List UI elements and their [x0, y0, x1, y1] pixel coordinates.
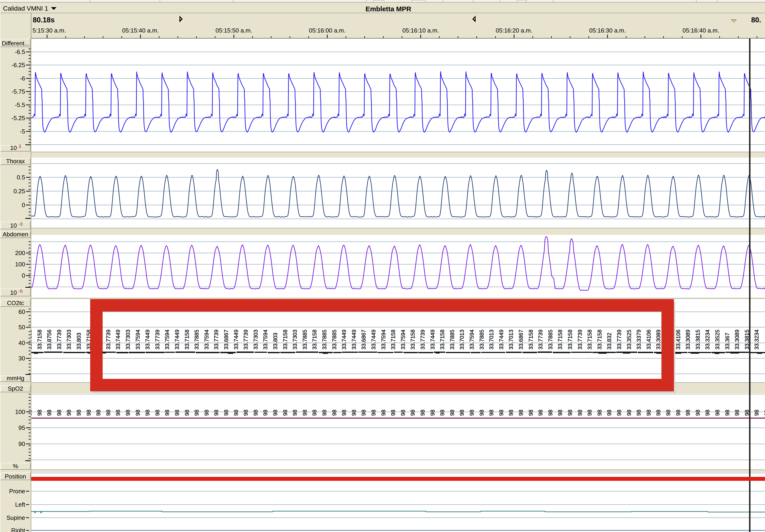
svg-text:98: 98 — [400, 409, 406, 416]
svg-text:98: 98 — [675, 409, 681, 416]
svg-text:0.5: 0.5 — [17, 174, 25, 181]
svg-text:33.3089: 33.3089 — [685, 329, 691, 349]
svg-text:98: 98 — [223, 409, 229, 416]
svg-text:98: 98 — [488, 409, 494, 416]
svg-text:33.832: 33.832 — [606, 333, 612, 349]
svg-text:98: 98 — [606, 409, 612, 416]
svg-text:98: 98 — [508, 409, 514, 416]
svg-text:05:15:40 a.m.: 05:15:40 a.m. — [122, 27, 159, 34]
svg-text:33.7158: 33.7158 — [184, 329, 190, 349]
svg-text:98: 98 — [744, 409, 750, 416]
svg-text:98: 98 — [449, 409, 455, 416]
svg-text:90: 90 — [18, 440, 25, 447]
svg-text:33.7594: 33.7594 — [380, 329, 386, 349]
svg-text:33.7594: 33.7594 — [164, 329, 170, 349]
svg-text:33.3089: 33.3089 — [655, 329, 661, 349]
svg-text:33.7594: 33.7594 — [469, 329, 475, 349]
svg-text:98: 98 — [734, 409, 740, 416]
svg-text:SpO2: SpO2 — [8, 385, 23, 392]
svg-text:98: 98 — [409, 409, 416, 416]
svg-text:10: 10 — [10, 222, 17, 229]
svg-text:Right: Right — [11, 527, 25, 532]
svg-text:98: 98 — [331, 409, 338, 416]
svg-text:33.7594: 33.7594 — [400, 329, 406, 349]
svg-text:98: 98 — [596, 409, 603, 416]
svg-text:33.7739: 33.7739 — [537, 329, 543, 349]
svg-text:33.7449: 33.7449 — [498, 329, 504, 349]
svg-text:33.7013: 33.7013 — [459, 329, 465, 349]
svg-text:33.7885: 33.7885 — [302, 329, 308, 349]
svg-text:-5.25: -5.25 — [12, 115, 25, 122]
svg-text:33.7594: 33.7594 — [204, 329, 210, 349]
svg-text:98: 98 — [557, 409, 563, 416]
svg-text:98: 98 — [724, 409, 730, 416]
svg-text:-6.25: -6.25 — [12, 62, 25, 69]
svg-text:98: 98 — [439, 409, 445, 416]
svg-text:33.7885: 33.7885 — [449, 329, 455, 349]
svg-text:98: 98 — [685, 409, 691, 416]
svg-text:98: 98 — [380, 409, 386, 416]
svg-text:98: 98 — [233, 409, 239, 416]
svg-text:33.7739: 33.7739 — [419, 329, 426, 349]
svg-text:05:16:10 a.m.: 05:16:10 a.m. — [402, 27, 439, 34]
svg-text:33.7885: 33.7885 — [194, 329, 200, 349]
svg-text:33.7303: 33.7303 — [125, 329, 131, 349]
svg-text:30: 30 — [18, 355, 25, 362]
svg-text:%: % — [13, 463, 18, 469]
svg-text:33.7449: 33.7449 — [174, 329, 180, 349]
svg-text:98: 98 — [311, 409, 318, 416]
svg-text:33.3525: 33.3525 — [626, 329, 632, 349]
svg-text:33.6867: 33.6867 — [361, 329, 367, 349]
svg-text:33.7885: 33.7885 — [547, 329, 553, 349]
svg-text:98: 98 — [86, 409, 92, 416]
svg-text:33.4106: 33.4106 — [645, 329, 652, 349]
svg-text:mmHg: mmHg — [7, 375, 24, 382]
svg-text:33.3815: 33.3815 — [695, 329, 701, 349]
svg-text:98: 98 — [616, 409, 622, 416]
svg-text:Embletta MPR: Embletta MPR — [366, 5, 411, 13]
svg-text:33.7158: 33.7158 — [390, 329, 396, 349]
svg-text:98: 98 — [753, 409, 760, 416]
svg-text:98: 98 — [695, 409, 701, 416]
svg-text:Different...: Different... — [2, 40, 29, 47]
svg-text:Left: Left — [15, 501, 25, 508]
svg-text:33.6867: 33.6867 — [223, 329, 229, 349]
svg-text:-6.5: -6.5 — [15, 48, 25, 55]
svg-text:98: 98 — [567, 409, 573, 416]
svg-text:98: 98 — [429, 409, 436, 416]
svg-text:33.7303: 33.7303 — [292, 329, 298, 349]
svg-text:CO2tc: CO2tc — [7, 299, 24, 306]
svg-text:05:16:00 a.m.: 05:16:00 a.m. — [309, 27, 346, 34]
svg-text:98: 98 — [174, 409, 180, 416]
svg-text:98: 98 — [194, 409, 200, 416]
svg-text:80.18s: 80.18s — [33, 16, 55, 24]
svg-text:98: 98 — [272, 409, 278, 416]
svg-text:98: 98 — [115, 409, 121, 416]
svg-text:33.7885: 33.7885 — [321, 329, 328, 349]
svg-text:33.3379: 33.3379 — [636, 329, 642, 349]
svg-text:3: 3 — [18, 144, 21, 149]
svg-text:Thorax: Thorax — [6, 158, 25, 165]
svg-text:33.7594: 33.7594 — [262, 329, 269, 349]
svg-text:98: 98 — [144, 409, 151, 416]
svg-text:100: 100 — [15, 261, 25, 268]
svg-text:33.367: 33.367 — [724, 333, 730, 349]
svg-text:98: 98 — [361, 409, 367, 416]
svg-text:98: 98 — [243, 409, 249, 416]
svg-text:33.803: 33.803 — [76, 333, 82, 349]
svg-text:33.7739: 33.7739 — [154, 329, 161, 349]
svg-text:98: 98 — [36, 409, 43, 416]
svg-text:98: 98 — [46, 409, 52, 416]
svg-text:33.6867: 33.6867 — [518, 329, 524, 349]
svg-text:98: 98 — [253, 409, 259, 416]
svg-text:98: 98 — [56, 409, 62, 416]
svg-text:-5.5: -5.5 — [15, 102, 25, 108]
svg-text:98: 98 — [204, 409, 210, 416]
svg-text:33.7739: 33.7739 — [56, 329, 62, 349]
svg-text:-6: -6 — [20, 75, 25, 82]
svg-text:33.7449: 33.7449 — [351, 329, 357, 349]
svg-text:98: 98 — [184, 409, 190, 416]
svg-text:33.7303: 33.7303 — [253, 329, 259, 349]
svg-text:33.7158: 33.7158 — [596, 329, 603, 349]
svg-text:40: 40 — [18, 339, 25, 346]
